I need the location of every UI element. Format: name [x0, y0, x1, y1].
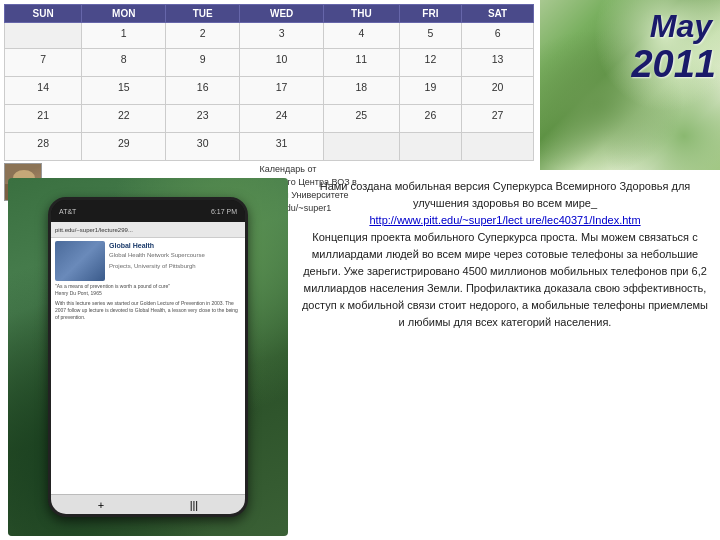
- col-tue: TUE: [166, 5, 240, 23]
- col-fri: FRI: [399, 5, 461, 23]
- cal-cell: 23: [166, 105, 240, 133]
- phone-body-text: With this lecture series we started our …: [55, 300, 241, 321]
- cal-cell: 11: [324, 49, 400, 77]
- cal-cell: [5, 23, 82, 49]
- phone-device: AT&T 6:17 PM pitt.edu/~super1/lecture299…: [48, 197, 248, 517]
- phone-url-bar: pitt.edu/~super1/lecture299...: [51, 222, 245, 238]
- cal-cell: 12: [399, 49, 461, 77]
- cal-cell: 21: [5, 105, 82, 133]
- calendar-table: SUN MON TUE WED THU FRI SAT 1 2 3 4 5: [4, 4, 534, 161]
- cal-cell: 26: [399, 105, 461, 133]
- cal-cell: 20: [462, 77, 534, 105]
- cal-cell: 6: [462, 23, 534, 49]
- cal-cell: 4: [324, 23, 400, 49]
- article-intro: Нами создана мобильная версия Суперкурса…: [320, 180, 691, 209]
- cal-cell: 7: [5, 49, 82, 77]
- cal-cell-empty: [399, 133, 461, 161]
- phone-image-container: AT&T 6:17 PM pitt.edu/~super1/lecture299…: [8, 178, 288, 536]
- calendar-week-5: 28 29 30 31: [5, 133, 534, 161]
- cal-cell: 30: [166, 133, 240, 161]
- calendar-week-3: 14 15 16 17 18 19 20: [5, 77, 534, 105]
- cal-cell: 27: [462, 105, 534, 133]
- col-mon: MON: [82, 5, 166, 23]
- cal-cell: 15: [82, 77, 166, 105]
- top-section: SUN MON TUE WED THU FRI SAT 1 2 3 4 5: [0, 0, 720, 170]
- cal-cell: 5: [399, 23, 461, 49]
- month-label: May: [650, 10, 712, 42]
- phone-content-img: [55, 241, 105, 281]
- col-sat: SAT: [462, 5, 534, 23]
- article-link[interactable]: http://www.pitt.edu/~super1/lect ure/lec…: [369, 214, 640, 226]
- cal-cell: 13: [462, 49, 534, 77]
- phone-btn-menu[interactable]: |||: [190, 499, 199, 511]
- year-label: 2011: [631, 45, 716, 83]
- cal-cell: 29: [82, 133, 166, 161]
- calendar-area: SUN MON TUE WED THU FRI SAT 1 2 3 4 5: [0, 0, 540, 170]
- cal-cell: 31: [240, 133, 324, 161]
- calendar-week-2: 7 8 9 10 11 12 13: [5, 49, 534, 77]
- cal-cell-empty: [324, 133, 400, 161]
- cal-cell: 14: [5, 77, 82, 105]
- cal-cell: 3: [240, 23, 324, 49]
- phone-btn-add[interactable]: +: [98, 499, 104, 511]
- phone-url-text: pitt.edu/~super1/lecture299...: [55, 227, 133, 233]
- phone-carrier: AT&T: [59, 208, 76, 215]
- phone-content-quote-author: Henry Du Pont, 1965: [55, 290, 241, 297]
- phone-bottom-bar: + |||: [51, 494, 245, 514]
- col-wed: WED: [240, 5, 324, 23]
- cal-cell: 16: [166, 77, 240, 105]
- cal-cell: 19: [399, 77, 461, 105]
- cal-cell: 10: [240, 49, 324, 77]
- month-title-box: May 2011: [540, 0, 720, 170]
- col-thu: THU: [324, 5, 400, 23]
- cal-cell: 1: [82, 23, 166, 49]
- cal-cell: 22: [82, 105, 166, 133]
- article-body: Концепция проекта мобильного Суперкурса …: [302, 231, 708, 328]
- calendar-week-1: 1 2 3 4 5 6: [5, 23, 534, 49]
- cal-cell-empty: [462, 133, 534, 161]
- cal-cell: 8: [82, 49, 166, 77]
- calendar-week-4: 21 22 23 24 25 26 27: [5, 105, 534, 133]
- col-sun: SUN: [5, 5, 82, 23]
- article-text: Нами создана мобильная версия Суперкурса…: [298, 178, 712, 536]
- right-panel: May 2011: [540, 0, 720, 170]
- phone-time: 6:17 PM: [211, 208, 237, 215]
- phone-content: Global Health Global Health Network Supe…: [51, 238, 245, 324]
- cal-cell: 17: [240, 77, 324, 105]
- cal-cell: 9: [166, 49, 240, 77]
- cal-cell: 28: [5, 133, 82, 161]
- cal-cell: 2: [166, 23, 240, 49]
- phone-top-bar: AT&T 6:17 PM: [51, 200, 245, 222]
- phone-screen: Global Health Global Health Network Supe…: [51, 238, 245, 494]
- cal-cell: 24: [240, 105, 324, 133]
- bottom-section: AT&T 6:17 PM pitt.edu/~super1/lecture299…: [0, 170, 720, 540]
- cal-cell: 18: [324, 77, 400, 105]
- phone-content-quote: "As a means of prevention is worth a pou…: [55, 283, 241, 290]
- cal-cell: 25: [324, 105, 400, 133]
